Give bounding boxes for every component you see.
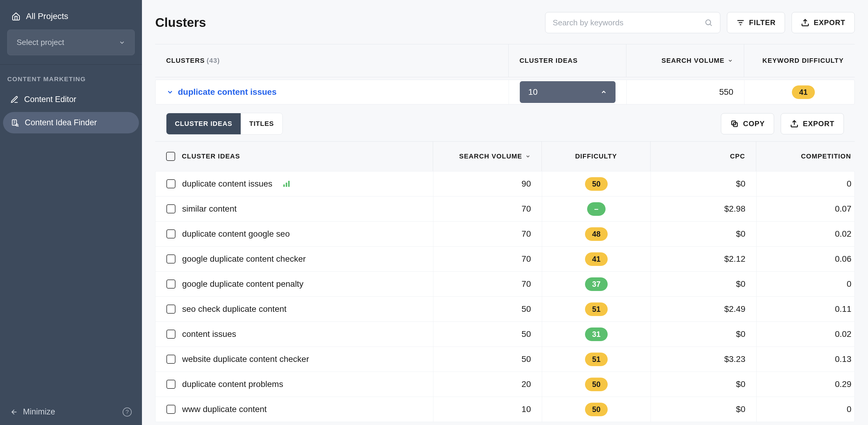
idea-diff: 51 bbox=[542, 347, 651, 371]
svg-line-4 bbox=[710, 24, 712, 26]
search-icon bbox=[704, 19, 713, 27]
nav-label: Content Editor bbox=[24, 95, 76, 104]
col-ideas: CLUSTER IDEAS bbox=[155, 141, 433, 171]
search-box[interactable] bbox=[545, 12, 720, 33]
idea-name-cell: website duplicate content checker bbox=[156, 347, 433, 371]
idea-diff: 41 bbox=[542, 247, 651, 271]
idea-cpc: $0 bbox=[651, 322, 756, 347]
select-all-checkbox[interactable] bbox=[166, 152, 175, 161]
idea-cpc: $0 bbox=[651, 272, 756, 296]
row-checkbox[interactable] bbox=[166, 280, 176, 289]
idea-diff: 51 bbox=[542, 297, 651, 322]
idea-rows: duplicate content issues9050$00similar c… bbox=[155, 171, 855, 422]
tab-group: CLUSTER IDEAS TITLES bbox=[166, 113, 283, 135]
cluster-name-text: duplicate content issues bbox=[178, 87, 277, 97]
chevron-down-icon bbox=[525, 154, 531, 159]
idea-diff: – bbox=[542, 196, 651, 221]
svg-point-3 bbox=[706, 20, 711, 25]
kd-badge: 41 bbox=[792, 86, 815, 99]
idea-comp: 0 bbox=[756, 272, 862, 296]
idea-cpc: $0 bbox=[651, 372, 756, 397]
row-checkbox[interactable] bbox=[166, 179, 176, 188]
idea-row: www duplicate content1050$00 bbox=[155, 397, 855, 422]
filter-button[interactable]: FILTER bbox=[727, 12, 785, 33]
tab-cluster-ideas[interactable]: CLUSTER IDEAS bbox=[166, 113, 241, 134]
col-clusters: CLUSTERS (43) bbox=[155, 44, 508, 77]
divider bbox=[0, 64, 142, 65]
cluster-sv-value: 550 bbox=[719, 87, 733, 97]
search-input[interactable] bbox=[553, 18, 704, 28]
row-checkbox[interactable] bbox=[166, 405, 176, 414]
cluster-row: duplicate content issues 10 550 41 bbox=[155, 80, 855, 104]
row-checkbox[interactable] bbox=[166, 355, 176, 364]
tab-titles[interactable]: TITLES bbox=[241, 113, 282, 134]
copy-button[interactable]: COPY bbox=[721, 113, 774, 134]
idea-name: duplicate content google seo bbox=[182, 229, 290, 239]
idea-cpc: $0 bbox=[651, 222, 756, 246]
all-projects-label: All Projects bbox=[26, 11, 68, 21]
idea-cpc: $2.12 bbox=[651, 247, 756, 271]
svg-point-1 bbox=[16, 124, 18, 126]
idea-comp: 0.02 bbox=[756, 322, 862, 347]
idea-name: duplicate content problems bbox=[182, 380, 283, 389]
idea-sv: 50 bbox=[433, 297, 542, 322]
idea-name: seo check duplicate content bbox=[182, 304, 287, 314]
idea-cpc: $0 bbox=[651, 171, 756, 196]
trend-icon bbox=[283, 181, 290, 187]
ideas-count: 10 bbox=[528, 87, 537, 97]
main-content: Clusters FILTER EXPORT bbox=[142, 0, 868, 425]
nav-content-idea-finder[interactable]: Content Idea Finder bbox=[3, 112, 139, 133]
difficulty-badge: – bbox=[587, 202, 606, 216]
col-competition[interactable]: COMPETITION bbox=[756, 141, 862, 171]
col-cluster-ideas: CLUSTER IDEAS bbox=[508, 44, 626, 77]
export-button-2[interactable]: EXPORT bbox=[781, 113, 844, 134]
arrow-left-icon bbox=[10, 408, 18, 416]
export-button[interactable]: EXPORT bbox=[792, 12, 855, 33]
row-checkbox[interactable] bbox=[166, 380, 176, 389]
idea-name: content issues bbox=[182, 329, 236, 339]
col-search-volume[interactable]: SEARCH VOLUME bbox=[433, 141, 542, 171]
cluster-name-cell[interactable]: duplicate content issues bbox=[156, 80, 509, 104]
idea-cpc: $2.49 bbox=[651, 297, 756, 322]
col-keyword-difficulty[interactable]: KEYWORD DIFFICULTY bbox=[744, 44, 862, 77]
idea-name-cell: duplicate content problems bbox=[156, 372, 433, 397]
idea-name-cell: google duplicate content penalty bbox=[156, 272, 433, 296]
help-button[interactable]: ? bbox=[123, 407, 132, 417]
cluster-sv-cell: 550 bbox=[627, 80, 744, 104]
export-icon bbox=[801, 19, 809, 27]
idea-row: duplicate content google seo7048$00.02 bbox=[155, 221, 855, 247]
idea-cpc: $2.98 bbox=[651, 196, 756, 221]
idea-name: similar content bbox=[182, 204, 237, 214]
chevron-down-icon bbox=[119, 39, 125, 46]
difficulty-badge: 41 bbox=[585, 252, 608, 266]
col-search-volume[interactable]: SEARCH VOLUME bbox=[626, 44, 744, 77]
copy-icon bbox=[730, 120, 739, 128]
col-cpc[interactable]: CPC bbox=[651, 141, 756, 171]
idea-row: google duplicate content checker7041$2.1… bbox=[155, 246, 855, 272]
idea-name-cell: www duplicate content bbox=[156, 397, 433, 422]
difficulty-badge: 51 bbox=[585, 302, 608, 316]
row-checkbox[interactable] bbox=[166, 229, 176, 238]
filter-label: FILTER bbox=[749, 19, 776, 27]
chevron-down-icon bbox=[727, 58, 733, 63]
cluster-count: (43) bbox=[207, 57, 220, 65]
ideas-dropdown[interactable]: 10 bbox=[520, 81, 616, 103]
nav-label: Content Idea Finder bbox=[25, 118, 97, 127]
idea-comp: 0 bbox=[756, 397, 862, 422]
idea-cpc: $0 bbox=[651, 397, 756, 422]
idea-sv: 70 bbox=[433, 222, 542, 246]
chevron-up-icon bbox=[600, 89, 607, 95]
row-checkbox[interactable] bbox=[166, 330, 176, 339]
all-projects-link[interactable]: All Projects bbox=[7, 8, 135, 24]
row-checkbox[interactable] bbox=[166, 255, 176, 263]
idea-comp: 0.06 bbox=[756, 247, 862, 271]
nav-content-editor[interactable]: Content Editor bbox=[0, 89, 142, 110]
cluster-table-header: CLUSTERS (43) CLUSTER IDEAS SEARCH VOLUM… bbox=[155, 44, 855, 77]
project-select[interactable]: Select project bbox=[7, 30, 135, 55]
col-difficulty[interactable]: DIFFICULTY bbox=[542, 141, 651, 171]
row-checkbox[interactable] bbox=[166, 204, 176, 214]
row-checkbox[interactable] bbox=[166, 304, 176, 314]
minimize-button[interactable]: Minimize bbox=[10, 407, 55, 417]
idea-name-cell: google duplicate content checker bbox=[156, 247, 433, 271]
idea-diff: 50 bbox=[542, 397, 651, 422]
